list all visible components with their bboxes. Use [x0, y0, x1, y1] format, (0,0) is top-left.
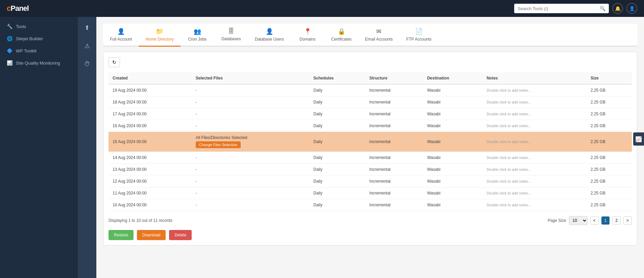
tab-ftp-accounts[interactable]: 📄 FTP Accounts	[400, 24, 438, 47]
domains-icon: 📍	[304, 28, 311, 35]
sidebar-item-tools[interactable]: 🔧 Tools	[0, 20, 78, 32]
upload-icon-btn[interactable]: ⬆	[82, 22, 92, 33]
tab-databases[interactable]: 🗄 Databases	[214, 24, 248, 47]
cell-created: 10 Aug 2024 00:00	[109, 199, 192, 211]
tab-database-users[interactable]: 👤 Database Users	[248, 24, 291, 47]
notes-text[interactable]: Double click to add notes...	[486, 100, 531, 104]
notes-text[interactable]: Double click to add notes...	[486, 191, 531, 195]
selected-files-text: -	[196, 179, 197, 184]
change-files-button[interactable]: Change Files Selection	[196, 141, 241, 148]
notes-text[interactable]: Double click to add notes...	[486, 167, 531, 171]
notes-text[interactable]: Double click to add notes...	[486, 179, 531, 183]
tab-email-accounts[interactable]: ✉ Email Accounts	[358, 24, 400, 47]
notifications-button[interactable]: 🔔	[612, 3, 623, 14]
col-selected-files: Selected Files	[192, 72, 309, 84]
selected-files-text: All Files/Directories Selected	[196, 135, 247, 140]
cell-notes[interactable]: Double click to add notes...	[482, 108, 587, 120]
tab-full-account[interactable]: 👤 Full Account	[103, 24, 139, 47]
cell-notes[interactable]: Double click to add notes...	[482, 187, 587, 199]
sidebar-item-wp-toolkit[interactable]: 🔷 WP Toolkit	[0, 45, 78, 57]
tabs-container: 👤 Full Account 📁 Home Directory 👥 Cron J…	[103, 24, 637, 47]
user-menu-button[interactable]: 👤	[626, 3, 637, 14]
table-row: 11 Aug 2024 00:00 - Daily Incremental Wa…	[109, 187, 632, 199]
backups-table: Created Selected Files Schedules Structu…	[109, 72, 632, 211]
sidebar-item-sitejet-label: Sitejet Builder	[16, 36, 43, 41]
cell-selected-files: -	[192, 108, 309, 120]
cell-notes[interactable]: Double click to add notes...	[482, 176, 587, 187]
displaying-text: Displaying 1 to 10 out of 11 records	[109, 218, 172, 223]
notes-text[interactable]: Double click to add notes...	[486, 124, 531, 128]
ftp-accounts-icon: 📄	[415, 28, 423, 35]
table-row: 12 Aug 2024 00:00 - Daily Incremental Wa…	[109, 176, 632, 187]
cell-notes[interactable]: Double click to add notes...	[482, 199, 587, 211]
notes-text[interactable]: Double click to add notes...	[486, 156, 531, 160]
pagination-right: Page Size 10 25 50 100 < 1 2 >	[548, 216, 632, 225]
cell-structure: Incremental	[365, 96, 423, 108]
cell-notes[interactable]: Double click to add notes...	[482, 96, 587, 108]
page-size-label: Page Size	[548, 218, 566, 223]
cell-notes[interactable]: Double click to add notes...	[482, 84, 587, 96]
col-size: Size	[587, 72, 632, 84]
table-row: 15 Aug 2024 00:00 All Files/Directories …	[109, 132, 632, 152]
cell-selected-files: -	[192, 152, 309, 164]
delete-button[interactable]: Delete	[169, 230, 192, 240]
history-icon-btn[interactable]: ⏱	[82, 59, 92, 70]
database-users-icon: 👤	[266, 28, 273, 35]
prev-page-button[interactable]: <	[590, 216, 599, 225]
topbar: cPanel 🔍 🔔 👤	[0, 0, 644, 17]
table-row: 10 Aug 2024 00:00 - Daily Incremental Wa…	[109, 199, 632, 211]
tools-icon: 🔧	[7, 24, 13, 29]
sidebar-item-wp-toolkit-label: WP Toolkit	[16, 48, 37, 53]
cell-notes[interactable]: Double click to add notes...	[482, 132, 587, 152]
email-accounts-icon: ✉	[376, 28, 381, 35]
refresh-button[interactable]: ↻	[109, 57, 120, 67]
sidebar-item-site-quality[interactable]: 📊 Site Quality Monitoring	[0, 57, 78, 69]
tab-domains[interactable]: 📍 Domains	[291, 24, 325, 47]
tab-cron-jobs[interactable]: 👥 Cron Jobs	[181, 24, 214, 47]
cell-destination: Wasabi	[423, 152, 482, 164]
cell-notes[interactable]: Double click to add notes...	[482, 152, 587, 164]
sidebar-item-sitejet[interactable]: 🌐 Sitejet Builder	[0, 32, 78, 45]
tab-home-directory[interactable]: 📁 Home Directory	[139, 24, 180, 47]
tab-ftp-accounts-label: FTP Accounts	[406, 37, 431, 42]
notes-text[interactable]: Double click to add notes...	[486, 203, 531, 207]
next-page-button[interactable]: >	[623, 216, 632, 225]
notes-text[interactable]: Double click to add notes...	[486, 88, 531, 92]
cell-destination: Wasabi	[423, 199, 482, 211]
sidebar-item-tools-label: Tools	[16, 24, 26, 29]
warning-icon-btn[interactable]: ⚠	[82, 40, 92, 52]
selected-files-text: -	[196, 203, 197, 207]
cell-created: 11 Aug 2024 00:00	[109, 187, 192, 199]
tab-certificates[interactable]: 🔒 Certificates	[325, 24, 358, 47]
search-input[interactable]	[514, 4, 596, 13]
table-row: 14 Aug 2024 00:00 - Daily Incremental Wa…	[109, 152, 632, 164]
cell-schedules: Daily	[309, 152, 365, 164]
page-size-select[interactable]: 10 25 50 100	[569, 216, 588, 225]
cell-size: 2.25 GB	[587, 164, 632, 176]
table-row: 17 Aug 2024 00:00 - Daily Incremental Wa…	[109, 108, 632, 120]
download-button[interactable]: Download	[137, 230, 166, 240]
cell-size: 2.25 GB	[587, 187, 632, 199]
cell-notes[interactable]: Double click to add notes...	[482, 120, 587, 132]
cell-created: 17 Aug 2024 00:00	[109, 108, 192, 120]
cell-destination: Wasabi	[423, 176, 482, 187]
search-button[interactable]: 🔍	[596, 4, 609, 13]
page-1-button[interactable]: 1	[601, 216, 610, 225]
restore-button[interactable]: Restore	[109, 230, 134, 240]
selected-files-text: -	[196, 191, 197, 195]
notes-text[interactable]: Double click to add notes...	[486, 140, 531, 144]
full-account-icon: 👤	[117, 28, 125, 35]
right-sidebar-toggle[interactable]: 📈	[633, 133, 644, 146]
cell-schedules: Daily	[309, 187, 365, 199]
cell-notes[interactable]: Double click to add notes...	[482, 164, 587, 176]
cell-size: 2.25 GB	[587, 96, 632, 108]
main-content: 👤 Full Account 📁 Home Directory 👥 Cron J…	[96, 17, 644, 278]
tab-databases-label: Databases	[221, 37, 241, 41]
col-destination: Destination	[423, 72, 482, 84]
cell-created: 18 Aug 2024 00:00	[109, 96, 192, 108]
selected-files-text: -	[196, 88, 197, 93]
tab-home-directory-label: Home Directory	[145, 37, 173, 42]
page-2-button[interactable]: 2	[612, 216, 621, 225]
notes-text[interactable]: Double click to add notes...	[486, 112, 531, 116]
cell-size: 2.25 GB	[587, 199, 632, 211]
